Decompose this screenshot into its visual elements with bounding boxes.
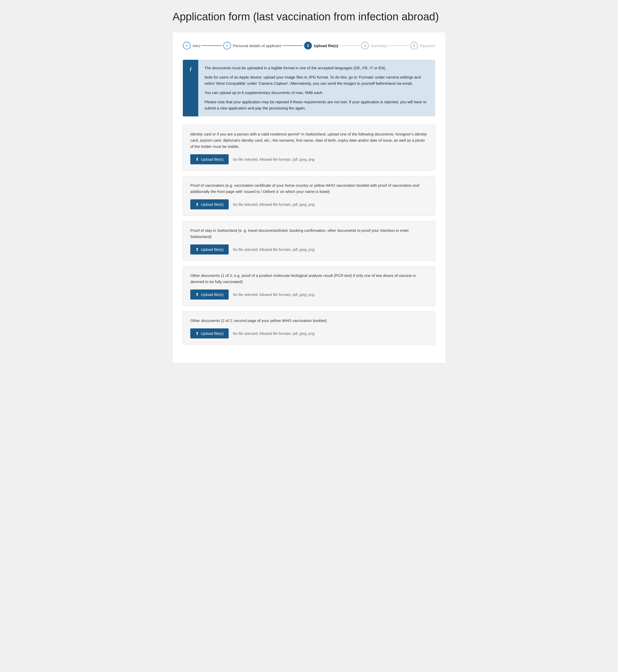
upload-icon-other1: ⬆ — [195, 292, 199, 297]
upload-section-identity: Identity card or if you are a person wit… — [183, 125, 435, 171]
info-box: i The documents must be uploaded in a le… — [183, 60, 435, 116]
step-label-upload: Upload file(s) — [314, 43, 338, 48]
upload-status-identity: No file selected. Allowed file formats: … — [233, 157, 314, 162]
main-card: ✓ Intro ✓ Personal details of applicant … — [173, 32, 445, 363]
upload-status-other2: No file selected. Allowed file formats: … — [233, 331, 314, 335]
step-payment[interactable]: 5 Payment — [410, 42, 435, 50]
info-paragraph-3: You can upload up to 6 supplementary doc… — [204, 90, 429, 96]
step-intro[interactable]: ✓ Intro — [183, 42, 200, 50]
info-paragraph-2: Note for users of an Apple device: uploa… — [204, 74, 429, 87]
upload-icon-identity: ⬆ — [195, 157, 199, 162]
upload-row-other2: ⬆ Upload file(s) No file selected. Allow… — [190, 328, 428, 339]
upload-status-other1: No file selected. Allowed file formats: … — [233, 293, 314, 297]
upload-row-identity: ⬆ Upload file(s) No file selected. Allow… — [190, 154, 428, 164]
step-number-summary: 4 — [364, 43, 366, 47]
check-icon-intro: ✓ — [185, 43, 188, 47]
upload-section-vaccination: Proof of vaccination (e.g. vaccination c… — [183, 176, 435, 216]
step-number-upload: 3 — [307, 43, 309, 47]
upload-button-other1[interactable]: ⬆ Upload file(s) — [190, 290, 229, 300]
step-circle-intro: ✓ — [183, 42, 191, 50]
upload-row-stay: ⬆ Upload file(s) No file selected. Allow… — [190, 245, 428, 255]
upload-status-vaccination: No file selected. Allowed file formats: … — [233, 202, 314, 207]
upload-desc-other1: Other documents (1 of 2; e.g. proof of a… — [190, 273, 428, 285]
upload-section-other2: Other documents (2 of 2; second page of … — [183, 311, 435, 345]
step-number-payment: 5 — [413, 43, 415, 47]
upload-row-vaccination: ⬆ Upload file(s) No file selected. Allow… — [190, 199, 428, 209]
upload-icon-other2: ⬆ — [195, 331, 199, 336]
page-title: Application form (last vaccination from … — [173, 10, 445, 23]
upload-desc-stay: Proof of stay in Switzerland (e. g. trav… — [190, 227, 428, 240]
step-circle-personal: ✓ — [223, 42, 231, 50]
upload-row-other1: ⬆ Upload file(s) No file selected. Allow… — [190, 290, 428, 300]
step-personal[interactable]: ✓ Personal details of applicant — [223, 42, 282, 50]
upload-desc-identity: Identity card or if you are a person wit… — [190, 131, 428, 150]
upload-desc-vaccination: Proof of vaccination (e.g. vaccination c… — [190, 182, 428, 195]
step-label-payment: Payment — [420, 43, 435, 48]
upload-section-other1: Other documents (1 of 2; e.g. proof of a… — [183, 266, 435, 306]
step-line-3 — [339, 45, 360, 46]
upload-button-identity[interactable]: ⬆ Upload file(s) — [190, 154, 229, 164]
step-line-1 — [201, 45, 222, 46]
step-label-intro: Intro — [193, 43, 200, 48]
info-box-content: The documents must be uploaded in a legi… — [198, 60, 435, 116]
check-icon-personal: ✓ — [226, 43, 229, 47]
upload-icon-vaccination: ⬆ — [195, 202, 199, 207]
stepper: ✓ Intro ✓ Personal details of applicant … — [183, 42, 435, 50]
step-circle-upload: 3 — [304, 42, 312, 50]
step-circle-payment: 5 — [410, 42, 418, 50]
step-line-4 — [388, 45, 409, 46]
upload-section-stay: Proof of stay in Switzerland (e. g. trav… — [183, 221, 435, 261]
info-paragraph-4: Please note that your application may be… — [204, 99, 429, 111]
upload-icon-stay: ⬆ — [195, 247, 199, 252]
step-circle-summary: 4 — [361, 42, 369, 50]
step-line-2 — [282, 45, 303, 46]
upload-status-stay: No file selected. Allowed file formats: … — [233, 248, 314, 252]
step-summary[interactable]: 4 Summary — [361, 42, 387, 50]
info-paragraph-1: The documents must be uploaded in a legi… — [204, 65, 429, 71]
step-label-personal: Personal details of applicant — [233, 43, 282, 48]
page-wrapper: Application form (last vaccination from … — [173, 10, 445, 363]
step-label-summary: Summary — [371, 43, 387, 48]
step-upload[interactable]: 3 Upload file(s) — [304, 42, 338, 50]
upload-button-other2[interactable]: ⬆ Upload file(s) — [190, 328, 229, 339]
info-icon: i — [183, 60, 198, 116]
upload-desc-other2: Other documents (2 of 2; second page of … — [190, 317, 428, 324]
upload-button-vaccination[interactable]: ⬆ Upload file(s) — [190, 199, 229, 209]
upload-button-stay[interactable]: ⬆ Upload file(s) — [190, 245, 229, 255]
